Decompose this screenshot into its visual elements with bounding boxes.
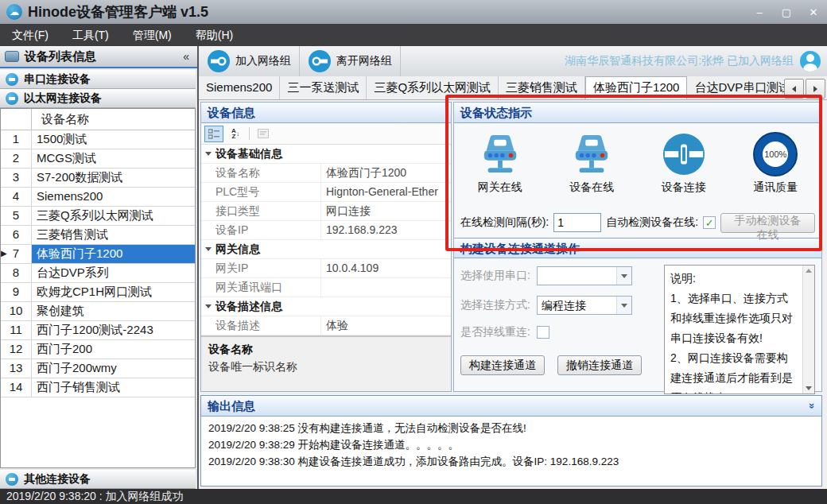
indicator-label: 设备连接 bbox=[662, 180, 706, 195]
device-name: 西门子200wmy bbox=[32, 359, 195, 378]
property-value: 网口连接 bbox=[320, 202, 451, 220]
toolbar: 加入网络组 离开网络组 湖南华辰智通科技有限公司:张烨 已加入网络组 bbox=[199, 46, 827, 77]
tab-scroll-right-button[interactable] bbox=[806, 79, 825, 99]
serial-port-select[interactable] bbox=[537, 266, 632, 285]
menu-item[interactable]: 管理(M) bbox=[121, 24, 184, 46]
titlebar[interactable]: ☁ Hinode设备管理客户端 v1.5 – ▢ ✕ bbox=[0, 0, 827, 24]
property-row[interactable]: 接口类型 网口连接 bbox=[201, 202, 451, 221]
device-name: MCGS测试 bbox=[32, 149, 195, 168]
property-category[interactable]: 设备基础信息 bbox=[201, 145, 451, 164]
output-log[interactable]: 2019/2/20 9:38:25 没有构建连接通道，无法自动检测设备是否在线!… bbox=[201, 417, 821, 473]
account-status-text: 湖南华辰智通科技有限公司:张烨 已加入网络组 bbox=[565, 54, 794, 68]
device-row[interactable]: 11 西门子1200测试-2243 bbox=[1, 321, 195, 340]
reconnect-checkbox[interactable] bbox=[537, 326, 549, 339]
device-row[interactable]: 5 三菱Q系列以太网测试 bbox=[1, 207, 195, 226]
property-row[interactable]: PLC型号 Hignton-General-Ether bbox=[201, 183, 451, 202]
sidebar-group-serial[interactable]: 串口连接设备 bbox=[0, 70, 196, 89]
sidebar-header: 设备列表信息 « bbox=[0, 46, 197, 68]
menu-item[interactable]: 文件(F) bbox=[0, 24, 60, 46]
device-row[interactable]: 9 欧姆龙CP1H网口测试 bbox=[1, 283, 195, 302]
tab[interactable]: 三一泵送测试 bbox=[280, 76, 367, 99]
other-device-icon bbox=[6, 473, 18, 486]
menu-item[interactable]: 帮助(H) bbox=[184, 24, 245, 46]
category-expander-icon bbox=[205, 152, 212, 156]
instruction-line: 2、网口连接设备需要构建连接通道后才能看到是否在线状态! bbox=[670, 348, 798, 394]
device-row[interactable]: 4 Siemens200 bbox=[1, 188, 195, 207]
online-check-row: 在线检测间隔(秒): 自动检测设备在线: 手动检测设备在线 bbox=[454, 211, 821, 235]
device-row[interactable]: 10 聚创建筑 bbox=[1, 302, 195, 321]
collapse-output-icon[interactable]: » bbox=[802, 403, 822, 409]
device-row[interactable]: ▶7 体验西门子1200 bbox=[1, 245, 195, 264]
device-row[interactable]: 8 台达DVP系列 bbox=[1, 264, 195, 283]
auto-check-checkbox[interactable] bbox=[703, 216, 716, 229]
collapse-sidebar-button[interactable]: « bbox=[180, 50, 192, 63]
revoke-channel-button[interactable]: 撤销连接通道 bbox=[557, 355, 642, 375]
join-network-button[interactable]: 加入网络组 bbox=[199, 46, 300, 76]
user-avatar-icon[interactable] bbox=[800, 51, 821, 72]
property-name: PLC型号 bbox=[215, 183, 320, 201]
sidebar-group-ethernet[interactable]: 以太网连接设备 bbox=[0, 89, 196, 108]
categorized-view-icon[interactable] bbox=[204, 126, 223, 142]
manual-check-button[interactable]: 手动检测设备在线 bbox=[720, 213, 815, 233]
tab[interactable]: 台达DVP串口测试 bbox=[687, 76, 786, 99]
property-category[interactable]: 网关信息 bbox=[201, 240, 451, 259]
property-row[interactable]: 设备描述 体验 bbox=[201, 316, 451, 335]
device-name: 西门子200 bbox=[32, 340, 195, 359]
menu-item[interactable]: 工具(T) bbox=[60, 24, 121, 46]
device-row[interactable]: 3 S7-200数据测试 bbox=[1, 169, 195, 188]
tab[interactable]: 三菱销售测试 bbox=[499, 76, 585, 99]
connection-mode-label: 选择连接方式: bbox=[460, 298, 530, 312]
device-name: 1500测试 bbox=[32, 130, 195, 149]
scrollbar[interactable] bbox=[802, 266, 814, 394]
device-name: 聚创建筑 bbox=[32, 302, 195, 320]
join-network-label: 加入网络组 bbox=[235, 54, 291, 68]
device-row[interactable]: 1 1500测试 bbox=[1, 130, 195, 149]
device-name: 西门子销售测试 bbox=[32, 378, 195, 397]
status-text: 2019/2/20 9:38:20 : 加入网络组成功 bbox=[6, 490, 184, 502]
property-row[interactable]: 设备名称 体验西门子1200 bbox=[201, 164, 451, 183]
log-line: 2019/2/20 9:38:30 构建设备连接通道成功，添加设备路由完成。设备… bbox=[208, 453, 814, 470]
device-row[interactable]: 14 西门子销售测试 bbox=[1, 378, 195, 397]
device-name: 西门子1200测试-2243 bbox=[32, 321, 195, 339]
property-name: 网关IP bbox=[215, 259, 320, 277]
status-indicator: 设备连接 bbox=[638, 131, 730, 211]
tab[interactable]: 体验西门子1200 bbox=[585, 76, 687, 99]
auto-check-label: 自动检测设备在线: bbox=[606, 215, 698, 230]
log-line: 2019/2/20 9:38:25 没有构建连接通道，无法自动检测设备是否在线! bbox=[208, 420, 814, 436]
maximize-button[interactable]: ▢ bbox=[773, 0, 800, 24]
property-row[interactable]: 网关通讯端口 bbox=[201, 278, 451, 297]
right-arrow-icon bbox=[813, 86, 817, 92]
tab-scroll-left-button[interactable] bbox=[784, 79, 804, 99]
window-title: Hinode设备管理客户端 v1.5 bbox=[28, 2, 208, 21]
close-button[interactable]: ✕ bbox=[800, 0, 827, 24]
status-indicator: 设备在线 bbox=[546, 131, 639, 211]
minimize-button[interactable]: – bbox=[746, 0, 773, 24]
property-value: 体验 bbox=[320, 316, 451, 335]
property-row[interactable]: 网关IP 10.0.4.109 bbox=[201, 259, 451, 278]
scroll-up-icon bbox=[806, 269, 812, 273]
device-row[interactable]: 6 三菱销售测试 bbox=[1, 226, 195, 245]
sidebar-group-other[interactable]: 其他连接设备 bbox=[0, 470, 196, 489]
tab-bar: Siemens200三一泵送测试三菱Q系列以太网测试三菱销售测试体验西门子120… bbox=[199, 76, 827, 100]
serial-device-icon bbox=[6, 73, 18, 86]
indicator-label: 通讯质量 bbox=[753, 180, 798, 195]
device-row[interactable]: 12 西门子200 bbox=[1, 340, 195, 359]
indicator-label: 设备在线 bbox=[569, 180, 614, 195]
device-name: 三菱Q系列以太网测试 bbox=[32, 207, 195, 225]
device-row[interactable]: 13 西门子200wmy bbox=[1, 359, 195, 378]
property-row[interactable]: 设备IP 192.168.9.223 bbox=[201, 221, 451, 240]
connection-mode-select[interactable]: 编程连接 bbox=[537, 296, 632, 315]
output-title: 输出信息 bbox=[208, 396, 255, 416]
indicator-label: 网关在线 bbox=[478, 180, 522, 195]
tab[interactable]: Siemens200 bbox=[199, 76, 280, 99]
property-category[interactable]: 设备描述信息 bbox=[201, 297, 451, 316]
table-header: 设备名称 bbox=[1, 109, 195, 130]
interval-input[interactable] bbox=[553, 213, 601, 232]
alphabetical-sort-icon[interactable]: AZ↓ bbox=[226, 126, 245, 142]
propertygrid-toolbar: AZ↓ bbox=[201, 123, 451, 145]
tab[interactable]: 三菱Q系列以太网测试 bbox=[367, 76, 499, 99]
build-channel-button[interactable]: 构建连接通道 bbox=[460, 355, 545, 375]
property-value: 10.0.4.109 bbox=[320, 259, 451, 277]
device-row[interactable]: 2 MCGS测试 bbox=[1, 149, 195, 169]
leave-network-button[interactable]: 离开网络组 bbox=[300, 46, 401, 76]
